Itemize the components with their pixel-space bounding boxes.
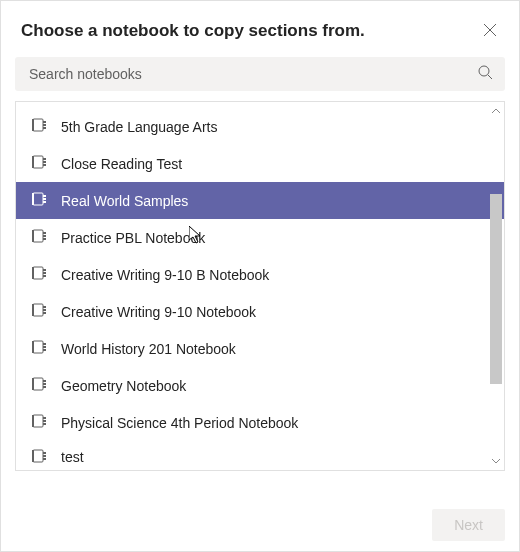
notebook-icon [32,118,47,135]
scrollbar[interactable] [489,104,503,468]
list-item[interactable]: Geometry Notebook [16,367,504,404]
notebook-icon [32,192,47,209]
svg-rect-2 [32,119,34,131]
notebook-label: Real World Samples [61,193,188,209]
svg-rect-5 [33,193,43,205]
search-icon [477,64,493,84]
notebook-label: World History 201 Notebook [61,341,236,357]
scroll-down-icon[interactable] [489,454,503,468]
notebook-label: Creative Writing 9-10 B Notebook [61,267,269,283]
next-button[interactable]: Next [432,509,505,541]
notebook-label: Geometry Notebook [61,378,186,394]
svg-rect-11 [33,304,43,316]
svg-rect-6 [32,193,34,205]
list-item[interactable]: World History 201 Notebook [16,330,504,367]
notebook-icon [32,414,47,431]
notebook-label: Physical Science 4th Period Notebook [61,415,298,431]
notebook-list: 5th Grade Language ArtsClose Reading Tes… [15,101,505,471]
svg-rect-8 [32,230,34,242]
notebook-icon [32,303,47,320]
scroll-up-icon[interactable] [489,104,503,118]
notebook-label: Creative Writing 9-10 Notebook [61,304,256,320]
svg-rect-20 [32,450,34,462]
svg-rect-4 [32,156,34,168]
notebook-icon [32,229,47,246]
list-item[interactable]: Physical Science 4th Period Notebook [16,404,504,441]
notebook-label: Practice PBL Notebook [61,230,205,246]
svg-rect-12 [32,304,34,316]
svg-rect-17 [33,415,43,427]
search-input[interactable] [15,57,505,91]
notebook-label: 5th Grade Language Arts [61,119,217,135]
svg-rect-14 [32,341,34,353]
list-item[interactable]: Practice PBL Notebook [16,219,504,256]
svg-rect-9 [33,267,43,279]
svg-rect-13 [33,341,43,353]
svg-rect-15 [33,378,43,390]
close-icon [483,23,497,37]
scroll-thumb[interactable] [490,194,502,384]
page-title: Choose a notebook to copy sections from. [21,21,365,41]
svg-rect-19 [33,450,43,462]
list-item[interactable]: test [16,441,504,463]
svg-rect-10 [32,267,34,279]
close-button[interactable] [481,21,499,39]
notebook-icon [32,377,47,394]
notebook-icon [32,449,47,463]
list-item[interactable]: Real World Samples [16,182,504,219]
list-item[interactable]: 5th Grade Language Arts [16,108,504,145]
notebook-icon [32,155,47,172]
svg-rect-18 [32,415,34,427]
svg-point-0 [479,66,489,76]
notebook-icon [32,340,47,357]
list-item[interactable]: Creative Writing 9-10 Notebook [16,293,504,330]
notebook-label: test [61,449,84,463]
list-item[interactable]: Creative Writing 9-10 B Notebook [16,256,504,293]
svg-rect-3 [33,156,43,168]
svg-rect-16 [32,378,34,390]
notebook-label: Close Reading Test [61,156,182,172]
notebook-icon [32,266,47,283]
search-container [15,57,505,91]
list-item[interactable]: Close Reading Test [16,145,504,182]
svg-rect-7 [33,230,43,242]
svg-rect-1 [33,119,43,131]
